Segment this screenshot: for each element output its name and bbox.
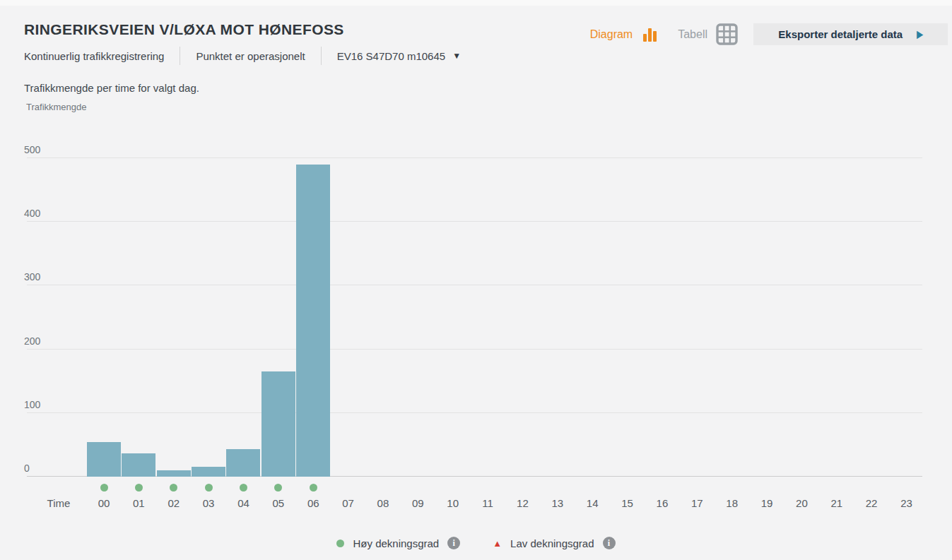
gridline-100	[27, 412, 922, 413]
y-tick-label-300: 300	[24, 271, 40, 282]
traffic-data-page: RINGERIKSVEIEN V/LØXA MOT HØNEFOSS Konti…	[0, 0, 952, 560]
x-tick-label-05: 05	[261, 497, 295, 509]
legend-item-low-coverage: ▲ Lav dekningsgrad i	[493, 537, 615, 549]
gridline-500	[27, 157, 922, 158]
chart-heading: Trafikkmengde per time for valgt dag.	[24, 82, 199, 94]
chevron-down-icon: ▼	[452, 51, 461, 61]
x-tick-label-02: 02	[157, 497, 191, 509]
x-tick-label-16: 16	[645, 497, 679, 509]
export-button-label: Eksporter detaljerte data	[778, 28, 903, 40]
gridline-400	[27, 221, 922, 222]
view-controls: Diagram Tabell Eksporter detaljerte data…	[590, 23, 948, 45]
bar-hour-02[interactable]	[157, 470, 191, 477]
x-tick-label-08: 08	[366, 497, 400, 509]
coverage-dot-hour-06	[310, 484, 317, 492]
top-strip	[0, 0, 952, 6]
coverage-dot-hour-01	[135, 484, 143, 492]
x-tick-label-09: 09	[401, 497, 435, 509]
x-tick-label-18: 18	[715, 497, 749, 509]
x-tick-label-13: 13	[541, 497, 575, 509]
x-tick-label-03: 03	[192, 497, 225, 509]
station-selector-value: EV16 S47D70 m10645	[337, 50, 445, 62]
bar-chart-icon	[641, 25, 659, 44]
info-icon[interactable]: i	[447, 537, 460, 549]
bar-hour-03[interactable]	[192, 467, 225, 477]
coverage-dot-hour-03	[205, 484, 213, 492]
coverage-dot-hour-02	[170, 484, 177, 492]
bar-hour-04[interactable]	[226, 449, 260, 477]
tab-tabell-label: Tabell	[678, 28, 707, 41]
page-title: RINGERIKSVEIEN V/LØXA MOT HØNEFOSS	[24, 21, 344, 38]
export-button[interactable]: Eksporter detaljerte data ▶	[753, 23, 948, 45]
tab-diagram[interactable]: Diagram	[590, 25, 659, 44]
y-axis-title: Trafikkmengde	[26, 102, 87, 112]
legend-item-high-coverage: Høy dekningsgrad i	[336, 537, 460, 549]
low-coverage-triangle-icon: ▲	[493, 538, 502, 549]
x-tick-label-23: 23	[890, 497, 924, 509]
tab-diagram-label: Diagram	[590, 28, 633, 41]
y-tick-label-0: 0	[24, 463, 30, 474]
legend-low-label: Lav dekningsgrad	[510, 537, 594, 549]
x-tick-label-06: 06	[296, 497, 330, 509]
y-tick-label-500: 500	[24, 144, 40, 155]
info-icon[interactable]: i	[603, 537, 616, 549]
x-tick-label-11: 11	[471, 497, 505, 509]
divider	[321, 47, 322, 65]
plot-area: Time 01002003004005000001020304050607080…	[27, 141, 922, 477]
chevron-right-icon: ▶	[917, 28, 922, 40]
registration-type-label: Kontinuerlig trafikkregistrering	[24, 50, 164, 62]
bar-hour-06[interactable]	[296, 165, 330, 477]
gridline-300	[27, 285, 922, 285]
x-tick-label-01: 01	[122, 497, 155, 509]
tab-tabell[interactable]: Tabell	[678, 23, 738, 45]
x-tick-label-14: 14	[575, 497, 609, 509]
y-tick-label-400: 400	[24, 208, 40, 219]
x-tick-label-04: 04	[226, 497, 260, 509]
x-axis-label: Time	[41, 497, 76, 509]
gridline-200	[27, 349, 922, 350]
divider	[180, 47, 180, 65]
x-tick-label-21: 21	[820, 497, 854, 509]
breadcrumb: Kontinuerlig trafikkregistrering Punktet…	[24, 47, 461, 65]
x-tick-label-20: 20	[784, 497, 818, 509]
coverage-dot-hour-00	[100, 484, 108, 492]
x-tick-label-07: 07	[331, 497, 365, 509]
bar-hour-05[interactable]	[261, 371, 295, 477]
station-selector-dropdown[interactable]: EV16 S47D70 m10645 ▼	[337, 50, 461, 62]
table-grid-icon	[716, 23, 738, 45]
x-tick-label-15: 15	[611, 497, 645, 509]
coverage-dot-hour-05	[274, 484, 282, 492]
high-coverage-dot-icon	[336, 540, 344, 547]
x-tick-label-17: 17	[680, 497, 714, 509]
bar-hour-01[interactable]	[122, 453, 155, 477]
x-tick-label-12: 12	[505, 497, 539, 509]
x-tick-label-19: 19	[750, 497, 784, 509]
coverage-dot-hour-04	[240, 484, 247, 492]
y-tick-label-200: 200	[24, 335, 40, 347]
chart-legend: Høy dekningsgrad i ▲ Lav dekningsgrad i	[0, 537, 952, 549]
status-label: Punktet er operasjonelt	[196, 50, 305, 62]
y-tick-label-100: 100	[24, 399, 40, 410]
bar-hour-00[interactable]	[87, 442, 121, 477]
legend-high-label: Høy dekningsgrad	[353, 537, 439, 549]
x-tick-label-10: 10	[436, 497, 470, 509]
x-tick-label-22: 22	[854, 497, 888, 509]
x-tick-label-00: 00	[87, 497, 121, 509]
